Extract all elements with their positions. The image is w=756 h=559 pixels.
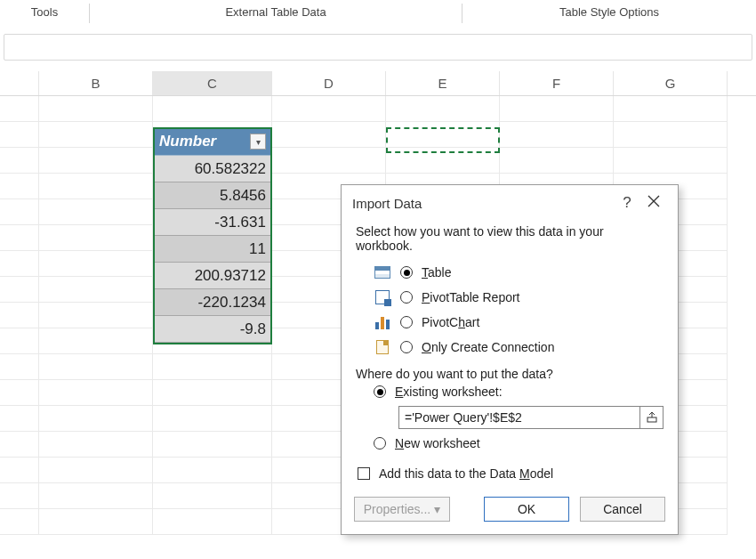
svg-rect-0 xyxy=(647,417,656,422)
ribbon-group-tools: Tools xyxy=(0,4,89,27)
table-row[interactable]: 5.8456 xyxy=(153,182,272,209)
table-row[interactable]: 60.582322 xyxy=(153,156,272,182)
existing-label: Existing worksheet: xyxy=(395,385,503,399)
option-pivot-label: PivotTable Report xyxy=(422,290,520,304)
range-picker-icon[interactable] xyxy=(640,406,664,429)
option-chart-label: PivotChart xyxy=(422,315,479,329)
dialog-title: Import Data xyxy=(352,196,422,211)
option-connection-only[interactable]: Only Create Connection xyxy=(356,335,664,360)
option-conn-label: Only Create Connection xyxy=(422,340,554,354)
radio-table[interactable] xyxy=(400,266,413,279)
dialog-titlebar[interactable]: Import Data ? xyxy=(342,185,678,221)
properties-button[interactable]: Properties...▾ xyxy=(354,497,450,522)
col-head-b[interactable]: B xyxy=(39,71,153,95)
import-data-dialog: Import Data ? Select how you want to vie… xyxy=(341,184,679,535)
help-button[interactable]: ? xyxy=(614,194,640,212)
option-table[interactable]: Table xyxy=(356,260,664,285)
where-prompt: Where do you want to put the data? xyxy=(356,367,664,381)
ribbon-group-styles: Table Style Options xyxy=(462,4,756,27)
column-headers: B C D E F G xyxy=(0,71,756,96)
filter-dropdown-icon[interactable]: ▾ xyxy=(250,134,266,150)
chevron-down-icon: ▾ xyxy=(434,502,440,516)
option-pivottable[interactable]: PivotTable Report xyxy=(356,285,664,310)
col-head-f[interactable]: F xyxy=(500,71,614,95)
table-icon xyxy=(374,264,391,280)
table-header-label: Number xyxy=(159,133,245,150)
table-row[interactable]: -220.1234 xyxy=(153,289,272,316)
radio-new[interactable] xyxy=(374,437,386,450)
table-row[interactable]: -9.8 xyxy=(153,316,272,343)
table-row[interactable]: -31.631 xyxy=(153,209,272,236)
option-table-label: Table xyxy=(422,265,451,280)
col-head-d[interactable]: D xyxy=(272,71,386,95)
cell-reference-input[interactable]: ='Power Query'!$E$2 xyxy=(398,406,640,429)
radio-existing[interactable] xyxy=(374,385,386,398)
ribbon-group-external: External Table Data xyxy=(90,4,462,27)
table-row[interactable]: 11 xyxy=(153,236,272,263)
pivot-icon xyxy=(374,289,391,305)
chart-icon xyxy=(374,314,391,330)
ribbon-groups: Tools External Table Data Table Style Op… xyxy=(0,4,756,27)
checkbox-data-model[interactable] xyxy=(358,467,370,480)
radio-pivot[interactable] xyxy=(400,291,413,304)
option-pivotchart[interactable]: PivotChart xyxy=(356,310,664,335)
add-to-data-model[interactable]: Add this data to the Data Model xyxy=(356,454,664,486)
cancel-button[interactable]: Cancel xyxy=(580,497,665,522)
formula-bar[interactable] xyxy=(4,34,752,61)
data-model-label: Add this data to the Data Model xyxy=(379,466,553,481)
option-existing-worksheet[interactable]: Existing worksheet: xyxy=(356,381,664,402)
radio-conn[interactable] xyxy=(400,341,413,353)
close-icon[interactable] xyxy=(640,195,667,211)
col-head-g[interactable]: G xyxy=(614,71,728,95)
col-head-c[interactable]: C xyxy=(153,71,272,95)
table-header-row[interactable]: Number ▾ xyxy=(153,127,272,156)
new-label: New worksheet xyxy=(395,436,480,450)
dialog-prompt: Select how you want to view this data in… xyxy=(356,224,664,253)
connection-icon xyxy=(374,339,391,355)
data-table[interactable]: Number ▾ 60.582322 5.8456 -31.631 11 200… xyxy=(153,127,272,343)
option-new-worksheet[interactable]: New worksheet xyxy=(356,433,664,454)
radio-chart[interactable] xyxy=(400,316,413,328)
col-head-e[interactable]: E xyxy=(386,71,500,95)
table-row[interactable]: 200.93712 xyxy=(153,263,272,289)
col-head-a[interactable] xyxy=(0,71,39,95)
ok-button[interactable]: OK xyxy=(484,497,569,522)
